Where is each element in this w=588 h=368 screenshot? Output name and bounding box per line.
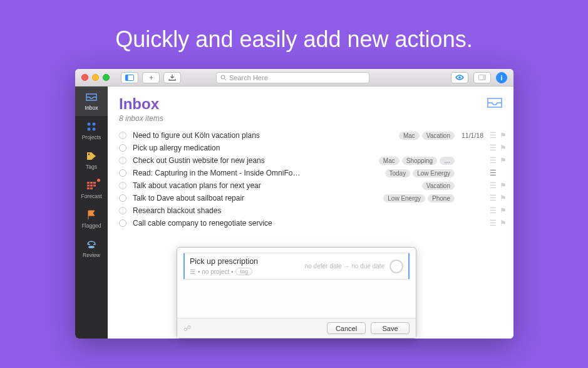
flag-icon[interactable]: ⚑ [500,156,506,165]
sidebar: Inbox Projects Tags Forecast Flagged [75,87,108,339]
flag-icon[interactable]: ⚑ [500,194,506,202]
item-action-icons: ☰⚑ [490,219,506,228]
tag-chip[interactable]: Shopping [402,157,437,165]
svg-rect-14 [87,185,90,187]
sidebar-item-flagged[interactable]: Flagged [75,204,108,234]
list-item[interactable]: Check out Gustin website for new jeansMa… [108,154,513,167]
status-circle-icon[interactable] [119,219,126,227]
list-item[interactable]: Talk about vacation plans for next yearV… [108,179,513,192]
tag-chip[interactable]: Mac [379,157,400,165]
tag-chip[interactable]: Phone [428,194,455,202]
minimize-icon[interactable] [92,74,99,81]
status-circle-icon[interactable] [119,194,126,202]
svg-rect-12 [90,182,93,184]
quick-entry-tag-input[interactable]: tag [235,268,252,275]
status-circle-icon[interactable] [119,132,126,139]
status-circle-icon[interactable] [119,144,126,152]
flag-icon[interactable]: ⚑ [500,131,506,140]
note-icon[interactable]: ☰ [490,169,496,177]
note-icon[interactable]: ☰ [490,156,496,165]
add-button[interactable]: ＋ [142,72,160,83]
svg-point-19 [88,246,95,248]
svg-rect-13 [93,182,96,184]
sidebar-item-label: Flagged [82,223,101,229]
item-tags: Low EnergyPhone [383,194,455,202]
list-item[interactable]: Read: Capturing in the Moment - Inside O… [108,167,513,179]
info-button[interactable]: i [496,72,507,83]
sidebar-item-review[interactable]: Review [75,234,108,263]
tag-chip[interactable]: … [440,157,455,165]
flag-icon[interactable]: ⚑ [500,144,506,152]
flag-icon[interactable]: ⚑ [500,219,506,228]
item-action-icons: ☰⚑ [490,169,506,177]
status-circle-icon[interactable] [119,157,126,164]
quick-entry-project[interactable]: • no project • [198,268,233,275]
tag-chip[interactable]: Low Energy [413,169,455,177]
projects-icon [85,121,98,132]
zoom-icon[interactable] [103,74,110,81]
due-date: no due date [351,263,384,270]
quick-entry-meta: ☰ • no project • tag [190,268,305,275]
info-icon: i [500,74,502,81]
close-icon[interactable] [81,74,88,81]
quick-entry-dialog: Pick up prescription ☰ • no project • ta… [177,247,416,339]
tag-chip[interactable]: Today [385,169,411,177]
svg-point-2 [221,75,225,79]
note-icon[interactable]: ☰ [490,144,496,152]
list-item[interactable]: Research blackout shades☰⚑ [108,204,513,217]
status-circle-icon[interactable] [389,260,403,273]
save-button[interactable]: Save [371,322,410,334]
inspector-icon [478,75,486,80]
search-icon [220,75,227,81]
svg-point-8 [88,128,91,131]
item-date: 11/1/18 [461,132,483,139]
tag-chip[interactable]: Vacation [422,182,455,190]
download-button[interactable] [163,72,181,83]
svg-point-6 [88,123,91,126]
titlebar: ＋ Search Here i [75,69,513,87]
note-icon[interactable]: ☰ [490,219,496,228]
quick-entry-dates[interactable]: no defer date → no due date [305,263,384,270]
main-header: Inbox 8 inbox items [108,87,513,129]
search-input[interactable]: Search Here [216,72,369,83]
quick-entry-title-input[interactable]: Pick up prescription [190,257,305,266]
view-button[interactable] [451,72,468,83]
list-item[interactable]: Pick up allergy medication☰⚑ [108,142,513,154]
list-item[interactable]: Talk to Dave about sailboat repairLow En… [108,192,513,204]
sidebar-item-projects[interactable]: Projects [75,116,108,145]
sidebar-icon [125,75,134,81]
status-circle-icon[interactable] [119,207,126,214]
sidebar-toggle-button[interactable] [121,72,138,83]
status-circle-icon[interactable] [119,169,126,177]
note-icon[interactable]: ☰ [490,181,496,190]
quick-entry-card[interactable]: Pick up prescription ☰ • no project • ta… [183,253,410,280]
sidebar-item-inbox[interactable]: Inbox [75,87,108,116]
list-item[interactable]: Need to figure out Köln vacation plansMa… [108,129,513,142]
cancel-button[interactable]: Cancel [327,322,366,334]
notification-dot-icon [97,179,100,182]
inspector-button[interactable] [473,72,491,83]
item-action-icons: ☰⚑ [490,131,506,140]
note-icon[interactable]: ☰ [490,131,496,140]
arrow-icon: → [343,263,349,270]
note-icon[interactable]: ☰ [490,206,496,215]
search-placeholder: Search Here [229,74,268,81]
sidebar-item-tags[interactable]: Tags [75,145,108,175]
tag-chip[interactable]: Mac [399,132,420,140]
defer-date: no defer date [305,263,342,270]
tag-chip[interactable]: Vacation [422,132,455,140]
sidebar-item-forecast[interactable]: Forecast [75,175,108,204]
item-action-icons: ☰⚑ [490,194,506,202]
link-icon[interactable]: ☍ [183,324,191,333]
sidebar-item-label: Tags [86,164,97,170]
item-title: Research blackout shades [133,206,448,215]
svg-rect-17 [87,187,90,189]
note-icon[interactable]: ☰ [490,194,496,202]
review-icon [85,239,98,250]
flag-icon[interactable]: ⚑ [500,181,506,190]
status-circle-icon[interactable] [119,182,126,189]
list-item[interactable]: Call cable company to renegotiate servic… [108,217,513,229]
tag-chip[interactable]: Low Energy [383,194,425,202]
item-title: Need to figure out Köln vacation plans [133,131,393,140]
flag-icon[interactable]: ⚑ [500,206,506,215]
